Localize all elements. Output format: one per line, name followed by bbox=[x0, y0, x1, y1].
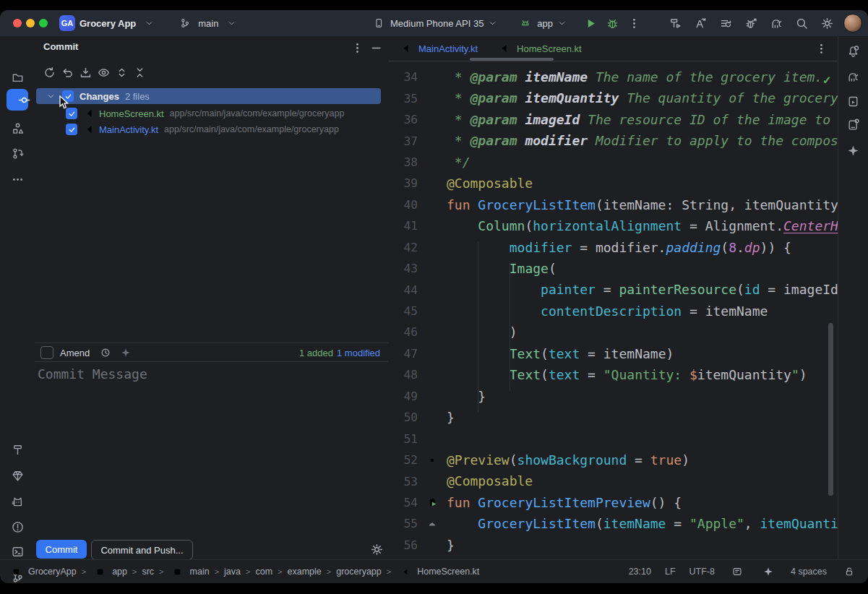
run-button[interactable] bbox=[582, 14, 599, 32]
editor-options-icon[interactable] bbox=[812, 40, 830, 57]
hide-panel-icon[interactable] bbox=[367, 39, 384, 56]
compose-preview-icon[interactable] bbox=[424, 515, 441, 533]
logcat-tool-button[interactable] bbox=[9, 493, 26, 510]
commit-options-gear-icon[interactable] bbox=[368, 541, 385, 558]
commit-and-push-button[interactable]: Commit and Push... bbox=[91, 540, 193, 560]
breadcrumb-item[interactable]: java bbox=[224, 567, 241, 577]
debug-button[interactable] bbox=[603, 14, 621, 32]
close-window-button[interactable] bbox=[13, 19, 22, 27]
commit-panel-options-icon[interactable] bbox=[348, 39, 366, 56]
ai-sparkle-icon[interactable] bbox=[760, 563, 777, 580]
user-avatar[interactable] bbox=[843, 14, 862, 33]
preview-settings-icon[interactable] bbox=[424, 452, 441, 469]
more-run-options-button[interactable] bbox=[625, 14, 643, 32]
project-selector[interactable]: Grocery App bbox=[80, 18, 136, 29]
gutter[interactable] bbox=[418, 515, 447, 533]
breadcrumb-item[interactable]: app bbox=[91, 563, 127, 580]
maximize-window-button[interactable] bbox=[39, 19, 48, 27]
gemini-tool-button[interactable] bbox=[844, 142, 861, 159]
file-checkbox[interactable] bbox=[66, 124, 77, 135]
line-number[interactable]: 34 bbox=[388, 70, 418, 84]
apply-changes-icon[interactable] bbox=[692, 14, 709, 32]
line-number[interactable]: 39 bbox=[388, 176, 418, 190]
run-preview-icon[interactable] bbox=[424, 494, 441, 511]
line-number[interactable]: 50 bbox=[388, 410, 418, 424]
line-number[interactable]: 48 bbox=[388, 368, 418, 382]
build-tool-button[interactable] bbox=[9, 441, 26, 458]
line-number[interactable]: 44 bbox=[388, 283, 418, 297]
indent-widget[interactable]: 4 spaces bbox=[791, 567, 827, 577]
line-separator-widget[interactable]: LF bbox=[665, 567, 676, 577]
changes-group-row[interactable]: Changes 2 files bbox=[36, 88, 381, 104]
encoding-widget[interactable]: UTF-8 bbox=[689, 567, 715, 577]
line-number[interactable]: 37 bbox=[388, 134, 418, 148]
gradle-sync-icon[interactable] bbox=[768, 14, 785, 32]
expand-all-icon[interactable] bbox=[113, 64, 130, 81]
problems-tool-button[interactable] bbox=[9, 518, 26, 535]
line-number[interactable]: 56 bbox=[388, 538, 418, 552]
line-number[interactable]: 36 bbox=[388, 113, 418, 126]
shelve-icon[interactable] bbox=[77, 64, 94, 81]
line-number[interactable]: 46 bbox=[388, 325, 418, 339]
close-tab-icon[interactable] bbox=[589, 40, 606, 57]
collapse-all-icon[interactable] bbox=[131, 64, 148, 81]
line-number[interactable]: 41 bbox=[388, 219, 418, 233]
ai-sparkle-icon[interactable] bbox=[117, 344, 134, 361]
cursor-position-widget[interactable]: 23:10 bbox=[629, 567, 651, 577]
inspection-ok-icon[interactable]: ✓ bbox=[822, 74, 832, 87]
line-number[interactable]: 47 bbox=[388, 347, 418, 361]
project-tool-button[interactable] bbox=[9, 69, 26, 86]
attach-debugger-icon[interactable] bbox=[742, 14, 760, 32]
build-variants-sync-icon[interactable] bbox=[717, 14, 734, 32]
rollback-icon[interactable] bbox=[59, 64, 76, 81]
search-everywhere-icon[interactable] bbox=[793, 14, 810, 32]
notifications-bell-icon[interactable] bbox=[844, 43, 861, 60]
line-number[interactable]: 45 bbox=[388, 304, 418, 318]
minimize-window-button[interactable] bbox=[26, 19, 35, 27]
editor-tab-mainactivity-kt[interactable]: MainActivity.kt bbox=[388, 36, 486, 61]
view-options-icon[interactable] bbox=[95, 64, 112, 81]
line-number[interactable]: 55 bbox=[388, 517, 418, 530]
commit-button[interactable]: Commit bbox=[36, 540, 87, 559]
breadcrumb-item[interactable]: src bbox=[142, 567, 154, 577]
reader-mode-icon[interactable] bbox=[729, 563, 746, 580]
terminal-tool-button[interactable] bbox=[9, 543, 26, 560]
breadcrumb-item[interactable]: HomeScreen.kt bbox=[396, 563, 479, 580]
branch-selector[interactable]: main bbox=[198, 18, 218, 29]
line-number[interactable]: 42 bbox=[388, 241, 418, 254]
refresh-changes-icon[interactable] bbox=[40, 64, 58, 81]
build-run-icon[interactable] bbox=[666, 14, 684, 32]
gutter[interactable] bbox=[418, 494, 447, 511]
app-quality-insights-button[interactable] bbox=[9, 467, 26, 484]
breadcrumb-item[interactable]: main bbox=[169, 563, 210, 580]
breadcrumb-item[interactable]: com bbox=[255, 567, 272, 577]
pull-requests-tool-button[interactable] bbox=[9, 145, 26, 162]
run-configuration-selector[interactable]: app bbox=[537, 18, 553, 29]
line-number[interactable]: 54 bbox=[388, 496, 418, 509]
breadcrumb-item[interactable]: example bbox=[288, 567, 322, 577]
line-number[interactable]: 49 bbox=[388, 389, 418, 403]
more-tools-button[interactable] bbox=[9, 171, 26, 188]
changed-file-row[interactable]: HomeScreen.ktapp/src/main/java/com/examp… bbox=[35, 106, 388, 121]
device-manager-tool-button[interactable] bbox=[844, 116, 861, 133]
changed-file-row[interactable]: MainActivity.ktapp/src/main/java/com/exa… bbox=[35, 121, 388, 137]
amend-checkbox[interactable] bbox=[40, 346, 53, 359]
commit-history-icon[interactable] bbox=[97, 344, 114, 361]
commit-tool-button[interactable] bbox=[7, 89, 28, 111]
gradle-tool-button[interactable] bbox=[844, 68, 861, 85]
line-number[interactable]: 38 bbox=[388, 155, 418, 169]
gutter[interactable] bbox=[418, 452, 447, 469]
chevron-down-icon[interactable] bbox=[42, 87, 59, 105]
editor-scrollbar[interactable] bbox=[828, 323, 833, 496]
settings-icon[interactable] bbox=[818, 14, 835, 32]
line-number[interactable]: 43 bbox=[388, 262, 418, 275]
lock-open-icon[interactable] bbox=[841, 563, 858, 580]
running-devices-tool-button[interactable] bbox=[844, 92, 861, 110]
line-number[interactable]: 52 bbox=[388, 453, 418, 467]
line-number[interactable]: 40 bbox=[388, 198, 418, 212]
editor-tab-homescreen-kt[interactable]: HomeScreen.kt bbox=[486, 36, 615, 61]
code-area[interactable]: 34 * @param itemName The name of the gro… bbox=[388, 61, 838, 560]
editor-area[interactable]: MainActivity.ktHomeScreen.kt 34 * @param… bbox=[388, 36, 838, 560]
tab-scrollbar-thumb[interactable] bbox=[470, 58, 554, 61]
commit-message-input[interactable]: Commit Message bbox=[38, 366, 147, 382]
